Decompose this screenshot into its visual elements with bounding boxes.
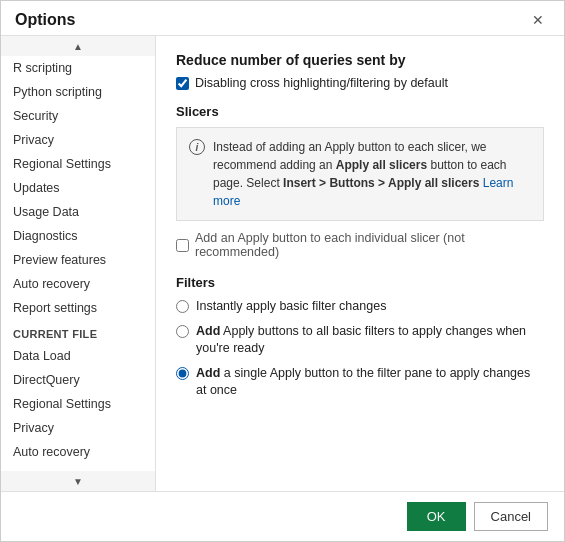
cancel-button[interactable]: Cancel (474, 502, 548, 531)
current-file-header: CURRENT FILE (1, 320, 155, 344)
sidebar-item-report-settings[interactable]: Report settings (1, 296, 155, 320)
sidebar-item-python-scripting[interactable]: Python scripting (1, 80, 155, 104)
sidebar-item-updates[interactable]: Updates (1, 176, 155, 200)
scroll-down-button[interactable]: ▼ (1, 471, 155, 491)
ok-button[interactable]: OK (407, 502, 466, 531)
filters-title: Filters (176, 275, 544, 290)
close-button[interactable]: ✕ (526, 11, 550, 29)
slicers-info-box: i Instead of adding an Apply button to e… (176, 127, 544, 221)
filter-instantly-label[interactable]: Instantly apply basic filter changes (196, 298, 386, 316)
sidebar-item-r-scripting[interactable]: R scripting (1, 56, 155, 80)
sidebar-item-regional-settings-cf[interactable]: Regional Settings (1, 392, 155, 416)
main-content: Reduce number of queries sent by Disabli… (156, 36, 564, 491)
filter-add-apply-radio[interactable] (176, 325, 189, 338)
dialog-title: Options (15, 11, 75, 29)
sidebar-item-published-dataset[interactable]: Published dataset set... (1, 464, 155, 471)
sidebar-item-auto-recovery-cf[interactable]: Auto recovery (1, 440, 155, 464)
disabling-checkbox[interactable] (176, 77, 189, 90)
sidebar: ▲ R scriptingPython scriptingSecurityPri… (1, 36, 156, 491)
sidebar-item-privacy[interactable]: Privacy (1, 128, 155, 152)
add-apply-checkbox-row: Add an Apply button to each individual s… (176, 231, 544, 259)
sidebar-global-section: R scriptingPython scriptingSecurityPriva… (1, 56, 155, 320)
dialog-body: ▲ R scriptingPython scriptingSecurityPri… (1, 35, 564, 491)
info-bold1: Apply all slicers (336, 158, 427, 172)
sidebar-item-auto-recovery[interactable]: Auto recovery (1, 272, 155, 296)
slicers-title: Slicers (176, 104, 544, 119)
dialog-footer: OK Cancel (1, 491, 564, 541)
sidebar-item-privacy-cf[interactable]: Privacy (1, 416, 155, 440)
title-bar: Options ✕ (1, 1, 564, 35)
sidebar-item-security[interactable]: Security (1, 104, 155, 128)
sidebar-item-diagnostics[interactable]: Diagnostics (1, 224, 155, 248)
sidebar-current-file-section: Data LoadDirectQueryRegional SettingsPri… (1, 344, 155, 471)
filter-radio-instantly: Instantly apply basic filter changes (176, 298, 544, 316)
sidebar-item-preview-features[interactable]: Preview features (1, 248, 155, 272)
page-title: Reduce number of queries sent by (176, 52, 544, 68)
sidebar-item-regional-settings[interactable]: Regional Settings (1, 152, 155, 176)
options-dialog: Options ✕ ▲ R scriptingPython scriptingS… (0, 0, 565, 542)
info-text: Instead of adding an Apply button to eac… (213, 138, 531, 210)
info-bold2: Insert > Buttons > Apply all slicers (283, 176, 479, 190)
scroll-up-button[interactable]: ▲ (1, 36, 155, 56)
filter-radio-single-apply: Add a single Apply button to the filter … (176, 365, 544, 400)
add-apply-checkbox[interactable] (176, 239, 189, 252)
info-icon: i (189, 139, 205, 155)
sidebar-item-usage-data[interactable]: Usage Data (1, 200, 155, 224)
disabling-checkbox-row: Disabling cross highlighting/filtering b… (176, 76, 544, 90)
sidebar-item-direct-query[interactable]: DirectQuery (1, 368, 155, 392)
disabling-checkbox-label[interactable]: Disabling cross highlighting/filtering b… (195, 76, 448, 90)
filters-section: Filters Instantly apply basic filter cha… (176, 275, 544, 400)
add-apply-checkbox-label[interactable]: Add an Apply button to each individual s… (195, 231, 544, 259)
filter-radio-add-apply: Add Apply buttons to all basic filters t… (176, 323, 544, 358)
filter-single-apply-radio[interactable] (176, 367, 189, 380)
filter-add-apply-label[interactable]: Add Apply buttons to all basic filters t… (196, 323, 544, 358)
sidebar-scroll-area: R scriptingPython scriptingSecurityPriva… (1, 56, 155, 471)
filter-single-apply-label[interactable]: Add a single Apply button to the filter … (196, 365, 544, 400)
sidebar-item-data-load[interactable]: Data Load (1, 344, 155, 368)
filter-instantly-radio[interactable] (176, 300, 189, 313)
